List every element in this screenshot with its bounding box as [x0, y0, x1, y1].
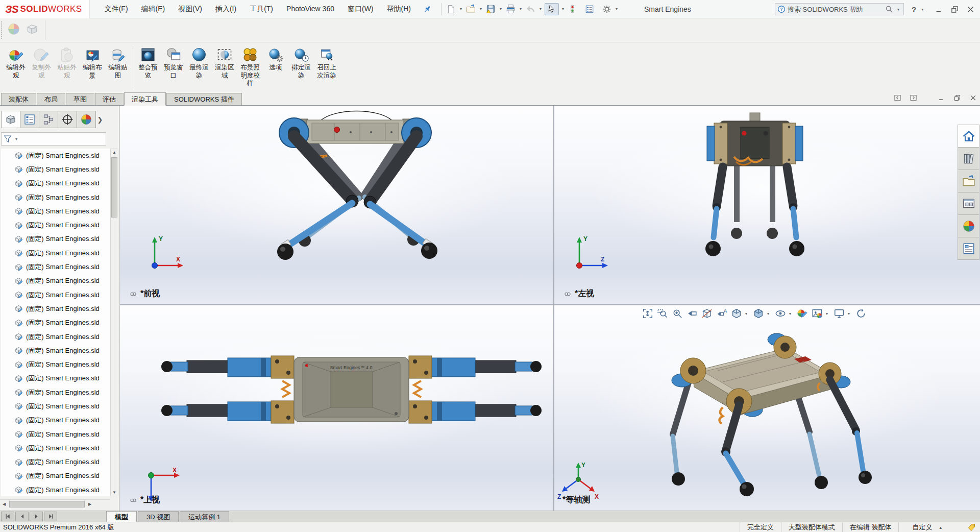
tree-item[interactable]: (固定) Smart Engines.sld [1, 302, 110, 316]
propertymanager-tab[interactable] [20, 111, 39, 128]
select-dropdown[interactable]: ▾ [560, 7, 566, 11]
new-document-dropdown[interactable]: ▾ [458, 7, 464, 11]
tab-sketch[interactable]: 草图 [66, 93, 94, 105]
print-button[interactable] [505, 3, 517, 15]
panel-tabs-overflow[interactable]: ❯ [95, 111, 105, 128]
scene-illumination-proof-button[interactable]: 布景照明度校样 [237, 44, 263, 88]
tree-item[interactable]: (固定) Smart Engines.sld [1, 441, 110, 455]
options-button[interactable] [601, 3, 612, 15]
save-button[interactable] [485, 3, 497, 15]
scroll-down-icon[interactable]: ▼ [111, 490, 118, 495]
document-restore-button[interactable] [953, 94, 961, 102]
tree-item[interactable]: (固定) Smart Engines.sld [1, 177, 110, 190]
search-dropdown[interactable]: ▾ [895, 7, 901, 12]
final-render-button[interactable]: 最终渲染 [186, 44, 212, 80]
print-dropdown[interactable]: ▾ [518, 7, 524, 11]
document-close-button[interactable] [969, 94, 977, 102]
render-options-button[interactable]: 选项 [263, 44, 288, 72]
filter-icon[interactable] [3, 134, 12, 143]
tree-item[interactable]: (固定) Smart Engines.sld [1, 372, 110, 385]
scroll-right-icon[interactable]: ▶ [86, 502, 94, 506]
menu-tools[interactable]: 工具(T) [243, 0, 280, 18]
tree-item[interactable]: (固定) Smart Engines.sld [1, 204, 110, 218]
scroll-up-icon[interactable]: ▲ [111, 150, 118, 155]
integrated-preview-button[interactable]: 整合预览 [135, 44, 161, 80]
viewport-left[interactable]: Y Z *左视 [554, 106, 980, 304]
menu-photoview360[interactable]: PhotoView 360 [280, 0, 341, 18]
edit-decal-button[interactable]: 编辑贴图 [105, 44, 131, 80]
menu-window[interactable]: 窗口(W) [341, 0, 380, 18]
3d-views-tab[interactable]: 3D 视图 [138, 511, 179, 522]
tree-item[interactable]: (固定) Smart Engines.sld [1, 427, 110, 441]
tree-item[interactable]: (固定) Smart Engines.sld [1, 330, 110, 344]
previous-tab-button[interactable] [15, 512, 29, 521]
tree-item[interactable]: (固定) Smart Engines.sld [1, 246, 110, 260]
schedule-render-button[interactable]: 排定渲染 [288, 44, 314, 80]
collapse-pane-left-icon[interactable] [894, 94, 901, 102]
help-button[interactable]: ? [912, 5, 916, 14]
model-tab[interactable]: 模型 [106, 511, 137, 522]
scroll-thumb[interactable] [9, 501, 85, 507]
menu-insert[interactable]: 插入(I) [209, 0, 243, 18]
menu-edit[interactable]: 编辑(E) [135, 0, 172, 18]
tree-item[interactable]: (固定) Smart Engines.sld [1, 232, 110, 246]
tree-horizontal-scrollbar[interactable]: ◀ ▶ [0, 499, 110, 508]
rebuild-button[interactable] [567, 3, 578, 15]
tree-item[interactable]: (固定) Smart Engines.sld [1, 483, 110, 496]
scroll-left-icon[interactable]: ◀ [0, 502, 8, 506]
toolbar-drag-handle[interactable] [1, 21, 4, 39]
tree-item[interactable]: (固定) Smart Engines.sld [1, 344, 110, 357]
tree-item[interactable]: (固定) Smart Engines.sld [1, 385, 110, 399]
open-dropdown[interactable]: ▾ [478, 7, 484, 11]
scroll-thumb[interactable] [111, 157, 117, 217]
save-dropdown[interactable]: ▾ [498, 7, 504, 11]
restore-button[interactable] [950, 5, 959, 14]
status-tag-icon[interactable] [947, 523, 980, 531]
tree-item[interactable]: (固定) Smart Engines.sld [1, 414, 110, 427]
tab-evaluate[interactable]: 评估 [95, 93, 124, 105]
tree-item[interactable]: (固定) Smart Engines.sld [1, 455, 110, 469]
preview-window-button[interactable]: 预览窗口 [161, 44, 186, 80]
undo-dropdown[interactable]: ▾ [537, 7, 544, 11]
select-tool-button[interactable] [545, 3, 559, 15]
copy-appearance-button[interactable]: 复制外观 [29, 44, 54, 80]
task-pane-custom-properties-tab[interactable] [958, 237, 979, 260]
filter-dropdown[interactable]: ▾ [13, 137, 19, 141]
last-tab-button[interactable] [44, 512, 57, 521]
menu-help[interactable]: 帮助(H) [380, 0, 418, 18]
tree-item[interactable]: (固定) Smart Engines.sld [1, 218, 110, 232]
document-minimize-button[interactable] [938, 94, 945, 102]
tree-item[interactable]: (固定) Smart Engines.sld [1, 399, 110, 413]
tab-render-tools[interactable]: 渲染工具 [124, 92, 166, 106]
tree-item[interactable]: (固定) Smart Engines.sld [1, 274, 110, 288]
tree-item[interactable]: (固定) Smart Engines.sld [1, 190, 110, 204]
collapse-pane-right-icon[interactable] [910, 94, 917, 102]
tree-item[interactable]: (固定) Smart Engines.sld [1, 260, 110, 274]
tree-item[interactable]: (固定) Smart Engines.sld [1, 357, 110, 371]
displaymanager-tab[interactable] [77, 111, 96, 128]
open-button[interactable] [465, 3, 477, 15]
first-tab-button[interactable] [1, 512, 14, 521]
options-dropdown[interactable]: ▾ [614, 7, 620, 11]
dimxpertmanager-tab[interactable] [58, 111, 77, 128]
task-pane-design-library-tab[interactable] [958, 147, 979, 170]
pin-menu-icon[interactable] [423, 5, 432, 14]
featuremanager-tab[interactable] [1, 111, 20, 128]
tree-item[interactable]: (固定) Smart Engines.sld [1, 162, 110, 176]
menu-file[interactable]: 文件(F) [98, 0, 135, 18]
status-customize[interactable]: 自定义 ▴ [898, 522, 947, 532]
tree-vertical-scrollbar[interactable]: ▲ ▼ [110, 149, 118, 496]
next-tab-button[interactable] [30, 512, 43, 521]
help-dropdown[interactable]: ▾ [919, 7, 925, 12]
task-pane-view-palette-tab[interactable] [958, 192, 979, 215]
viewport-top[interactable]: Smart Engines™ 4.0 X Z *上视 [120, 305, 553, 511]
task-pane-home-tab[interactable] [958, 125, 979, 148]
edit-appearance-button[interactable]: 编辑外观 [3, 44, 29, 80]
new-document-button[interactable] [446, 3, 457, 15]
paste-appearance-button[interactable]: 粘贴外观 [54, 44, 80, 80]
viewport-front[interactable]: Y X *前视 [120, 106, 553, 304]
motion-study-tab[interactable]: 运动算例 1 [180, 511, 229, 522]
undo-button[interactable] [525, 3, 536, 15]
task-pane-appearances-tab[interactable] [958, 214, 979, 237]
document-properties-button[interactable] [584, 3, 595, 15]
